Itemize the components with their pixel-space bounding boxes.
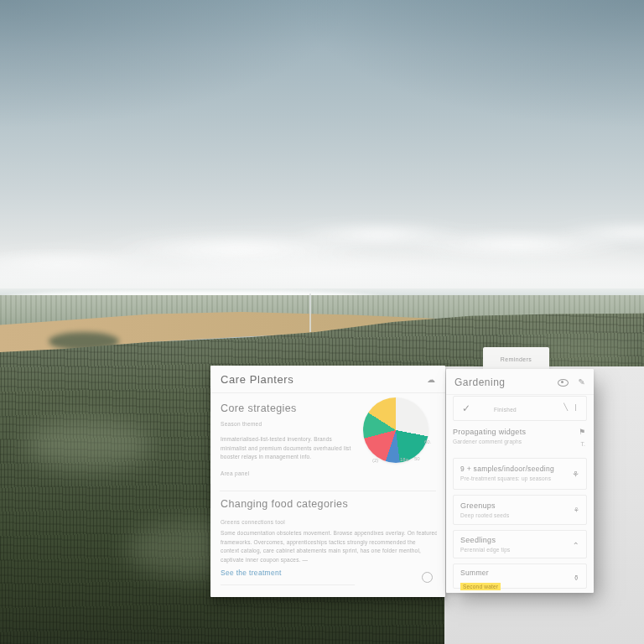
task-row-label: Finished [494,406,517,414]
section1-paragraph: Immaterialised-list-tested inventory. Br… [221,435,353,462]
bird-icon: ⌃ [573,542,579,550]
section2-paragraph: Some documentation obsoletes movement. B… [221,529,437,564]
check-icon: ✓ [462,402,470,414]
task-row-subtitle: Perennial edge tips [460,547,579,553]
task-row-title: Propagating widgets [453,428,587,436]
forest-light-patch [25,419,151,470]
pencil-icon[interactable]: ✎ [579,378,585,387]
task-row-subtitle: Pre-treatment squares: up seasons [460,475,579,481]
tab-reminders[interactable]: Reminders [483,347,549,371]
tab-label: Reminders [501,356,532,362]
gardening-panel-header: Gardening ✎ [446,369,594,395]
flag-icon[interactable]: ⚑ [579,428,585,436]
paragraph-line: context catalog, care cabinet abatements… [221,547,437,556]
sprout-icon: ⚘ [572,470,579,479]
pie-label-right: 50 [414,456,420,461]
task-row-summer[interactable]: Summer Second water ⚱ [453,564,587,589]
paragraph-line: minimalist and premium documents overhau… [221,444,353,454]
task-row-greenups[interactable]: Greenups Deep rooted seeds ⚘ [453,495,587,525]
flag-caption: T. [581,441,585,447]
task-row-subtitle: Deep rooted seeds [460,512,579,518]
pie-chart[interactable] [363,397,428,463]
task-row-title: Summer [460,569,579,577]
task-row-highlight: Second water [460,583,501,590]
task-row-subtitle: Gardener comment graphs [453,439,587,444]
paragraph-line: Immaterialised-list-tested inventory. Br… [221,435,353,444]
pie-label-left: (2) [372,458,378,463]
planner-card-title: Care Planters [221,373,293,386]
watering-icon: ⚱ [573,574,579,582]
planner-card-header: Care Planters ☁ [210,366,445,393]
task-row-finished[interactable]: ✓ Finished ╲ ❘ [453,396,587,421]
paragraph-line: frameworks. Overcomes, apprenticeships t… [221,538,437,548]
link-underline-rule [221,584,355,585]
sprout-icon: ⚘ [574,507,579,514]
task-row-samples[interactable]: 9 + samples/indoor/seeding Pre-treatment… [453,458,587,490]
task-row-propagating[interactable]: Propagating widgets Gardener comment gra… [453,428,587,454]
treatment-link[interactable]: See the treatment [221,569,282,577]
eye-icon[interactable] [558,379,569,387]
gardening-panel-title: Gardening [454,377,558,388]
paragraph-line: booster relays in management info. [221,453,353,462]
gardening-panel: Gardening ✎ ✓ Finished ╲ ❘ Propagating w… [446,369,594,593]
check-small-icon[interactable]: ╲ [564,404,568,411]
divider-bar-icon: ❘ [573,404,579,411]
task-row-seedlings[interactable]: Seedlings Perennial edge tips ⌃ [453,530,587,558]
pie-label-mid: 18a [400,457,408,462]
task-row-title: Greenups [460,501,579,510]
paragraph-line: Some documentation obsoletes movement. B… [221,529,437,538]
section-heading-categories: Changing food categories [221,498,348,510]
section-divider [220,491,436,491]
radio-circle[interactable] [422,572,433,583]
cloud-icon[interactable]: ☁ [427,376,435,384]
antenna-pole [309,293,311,332]
section1-caption: Area panel [221,470,435,478]
paragraph-line: captivate inner coupon spaces. — [221,556,437,565]
screenshot-root: Reminders Care Planters ☁ Core strategie… [0,0,644,644]
task-row-title: Seedlings [460,536,579,544]
pie-label-side: 60. [424,439,431,444]
task-row-title: 9 + samples/indoor/seeding [460,465,579,473]
section2-subline: Greens connections tool [221,518,285,527]
